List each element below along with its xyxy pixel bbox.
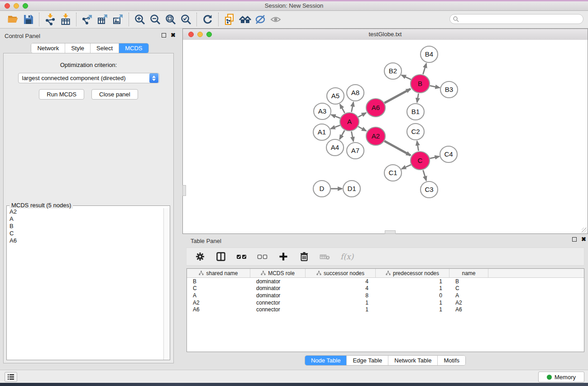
table-cell[interactable]: 4 (306, 285, 376, 291)
add-column-icon[interactable] (278, 250, 289, 263)
graphics-details-icon[interactable] (253, 13, 268, 26)
node-A6[interactable]: A6 (366, 99, 385, 117)
import-network-icon[interactable] (43, 13, 58, 26)
edge-A6-B[interactable] (384, 89, 411, 103)
save-session-icon[interactable] (21, 13, 36, 26)
column-header-name[interactable]: name (449, 269, 488, 277)
result-list-scrollbar[interactable] (163, 208, 170, 360)
edge-A-A4[interactable] (339, 130, 344, 139)
table-cell[interactable]: 1 (376, 306, 449, 313)
column-header-shared-name[interactable]: shared name (187, 269, 250, 277)
split-panel-icon[interactable] (215, 250, 226, 263)
home-icon[interactable] (237, 13, 253, 26)
table-cell[interactable]: 1 (376, 285, 449, 291)
table-row[interactable]: A2connector11A2 (187, 299, 584, 306)
table-cell[interactable]: 8 (306, 292, 376, 299)
network-window-titlebar[interactable]: testGlobe.txt (183, 29, 588, 40)
node-A1[interactable]: A1 (313, 124, 330, 140)
zoom-fit-icon[interactable] (163, 13, 178, 26)
zoom-out-icon[interactable] (148, 13, 163, 26)
node-A2[interactable]: A2 (366, 127, 385, 145)
edge-C-C4[interactable] (430, 157, 440, 159)
node-D1[interactable]: D1 (343, 181, 360, 197)
tab-motifs[interactable]: Motifs (438, 356, 465, 365)
refresh-view-icon[interactable] (200, 13, 215, 26)
node-C1[interactable]: C1 (384, 165, 402, 181)
edge-B-B1[interactable] (417, 94, 418, 103)
table-cell[interactable]: 1 (376, 300, 449, 306)
tab-node-table[interactable]: Node Table (305, 356, 347, 365)
table-cell[interactable]: 0 (376, 292, 449, 299)
node-C[interactable]: C (411, 152, 430, 170)
table-row[interactable]: Cdominator41C (187, 285, 584, 292)
node-C2[interactable]: C2 (407, 124, 424, 140)
criterion-select[interactable]: largest connected component (directed) (18, 73, 159, 83)
tab-mcds[interactable]: MCDS (119, 43, 148, 53)
float-table-panel-icon[interactable] (572, 237, 577, 242)
settings-gear-icon[interactable] (195, 250, 206, 263)
table-cell[interactable]: A (449, 292, 488, 299)
close-table-panel-icon[interactable]: ✖ (581, 237, 586, 242)
result-list-item[interactable]: A6 (7, 237, 164, 244)
table-cell[interactable]: A2 (449, 300, 488, 306)
column-header-successor-nodes[interactable]: successor nodes (306, 269, 376, 277)
mcds-result-list[interactable]: A2ABCA6 (7, 208, 164, 360)
result-list-item[interactable]: A2 (7, 208, 164, 215)
search-input[interactable] (459, 15, 583, 23)
zoom-selected-icon[interactable] (178, 13, 194, 26)
node-A7[interactable]: A7 (347, 143, 364, 159)
edge-A-A6[interactable] (358, 113, 366, 117)
node-B[interactable]: B (411, 75, 430, 93)
table-cell[interactable]: A6 (187, 306, 250, 313)
result-list-item[interactable]: C (7, 230, 164, 237)
edge-A2-C[interactable] (384, 141, 411, 156)
table-cell[interactable]: B (449, 278, 488, 285)
import-table-icon[interactable] (58, 13, 73, 26)
export-image-icon[interactable] (110, 13, 126, 26)
table-row[interactable]: Bdominator41B (187, 278, 584, 285)
table-cell[interactable]: connector (250, 300, 306, 306)
table-row[interactable]: Adominator80A (187, 292, 584, 299)
zoom-in-icon[interactable] (132, 13, 148, 26)
column-header-predecessor-nodes[interactable]: predecessor nodes (376, 269, 449, 277)
tab-network-table[interactable]: Network Table (388, 356, 438, 365)
node-A3[interactable]: A3 (314, 103, 331, 119)
deselect-all-rows-icon[interactable] (257, 250, 268, 263)
table-cell[interactable]: 1 (306, 300, 376, 306)
edge-B-B3[interactable] (430, 86, 440, 87)
memory-button[interactable]: Memory (538, 372, 584, 382)
node-A8[interactable]: A8 (347, 85, 364, 101)
node-C4[interactable]: C4 (440, 146, 457, 162)
node-D[interactable]: D (313, 181, 330, 197)
node-B4[interactable]: B4 (421, 46, 438, 62)
node-B1[interactable]: B1 (407, 104, 424, 120)
export-table-icon[interactable] (95, 13, 110, 26)
delete-column-icon[interactable] (299, 250, 310, 263)
edge-A-A7[interactable] (351, 132, 353, 142)
edge-C-C3[interactable] (423, 170, 426, 181)
network-canvas[interactable]: B4B2BB3A5A8A6A3B1AA1C2A2A4A7C4CC1DD1C3 (183, 40, 588, 234)
edge-A-A8[interactable] (351, 102, 353, 112)
task-history-button[interactable] (5, 372, 17, 382)
open-file-icon[interactable] (5, 13, 21, 26)
horizontal-scroll-handle[interactable] (385, 230, 396, 234)
tab-network[interactable]: Network (31, 43, 65, 53)
edge-A-A5[interactable] (340, 104, 345, 113)
float-panel-icon[interactable] (162, 33, 166, 38)
node-A4[interactable]: A4 (326, 139, 344, 156)
table-cell[interactable]: A6 (449, 306, 488, 313)
node-table[interactable]: shared nameMCDS rolesuccessor nodesprede… (186, 268, 584, 352)
table-cell[interactable]: 4 (306, 278, 376, 285)
node-B2[interactable]: B2 (384, 63, 402, 79)
node-C3[interactable]: C3 (421, 181, 438, 198)
edge-C-C1[interactable] (402, 165, 411, 169)
export-network-icon[interactable] (80, 13, 95, 26)
close-panel-button[interactable]: Close panel (91, 89, 138, 100)
edge-A-A2[interactable] (358, 127, 366, 131)
clone-network-icon[interactable] (222, 13, 237, 26)
table-row[interactable]: A6connector11A6 (187, 306, 584, 313)
apply-function-icon[interactable]: f(x) (340, 252, 354, 261)
run-mcds-button[interactable]: Run MCDS (39, 89, 84, 100)
table-cell[interactable]: dominator (250, 292, 306, 299)
table-cell[interactable]: dominator (250, 278, 306, 285)
